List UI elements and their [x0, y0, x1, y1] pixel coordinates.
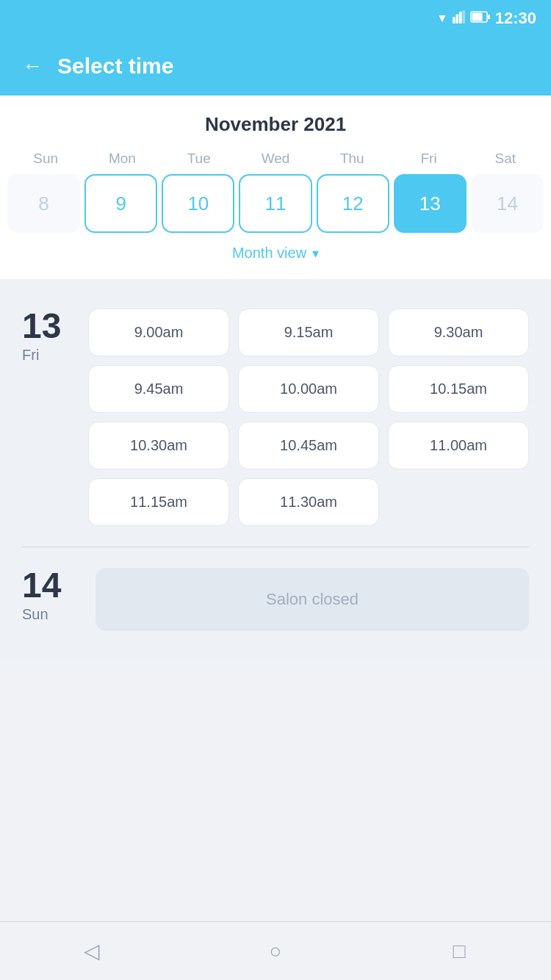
weekday-tue: Tue: [161, 151, 237, 167]
wifi-icon: ▼: [436, 12, 448, 25]
day-11[interactable]: 11: [239, 174, 311, 233]
day-label-13: 13 Fri: [22, 309, 81, 364]
slot-900am[interactable]: 9.00am: [88, 309, 229, 356]
slot-915am[interactable]: 9.15am: [238, 309, 379, 356]
day-block-14: 14 Sun Salon closed: [0, 553, 551, 646]
slot-1000am[interactable]: 10.00am: [238, 365, 379, 413]
slot-945am[interactable]: 9.45am: [88, 365, 229, 413]
weekday-sat: Sat: [467, 151, 544, 167]
nav-bar: ◁ ○ □: [0, 921, 551, 980]
nav-back-button[interactable]: ◁: [73, 933, 110, 970]
battery-icon: [470, 11, 491, 26]
nav-recents-button[interactable]: □: [441, 933, 478, 970]
svg-rect-0: [453, 17, 455, 24]
svg-rect-5: [472, 13, 482, 21]
signal-icon: [453, 10, 466, 26]
back-button[interactable]: ←: [22, 56, 43, 76]
slot-1015am[interactable]: 10.15am: [388, 365, 529, 413]
weekday-wed: Wed: [237, 151, 314, 167]
day-number-13: 13: [22, 309, 61, 344]
chevron-down-icon: ▾: [312, 245, 319, 262]
day-divider: [22, 547, 529, 547]
day-label-14: 14 Sun: [22, 568, 81, 623]
slot-1100am[interactable]: 11.00am: [388, 422, 529, 469]
day-12[interactable]: 12: [317, 174, 389, 233]
day-block-13: 13 Fri 9.00am 9.15am 9.30am 9.45am 10.00…: [0, 294, 551, 541]
status-bar: ▼ 12:30: [0, 0, 551, 37]
status-icons: ▼ 12:30: [436, 9, 536, 28]
weekday-thu: Thu: [314, 151, 390, 167]
status-time: 12:30: [495, 9, 536, 28]
slot-1130am[interactable]: 11.30am: [238, 478, 379, 526]
day-10[interactable]: 10: [162, 174, 234, 233]
weekday-row: Sun Mon Tue Wed Thu Fri Sat: [0, 151, 551, 167]
slots-grid-13: 9.00am 9.15am 9.30am 9.45am 10.00am 10.1…: [88, 309, 529, 526]
slot-1030am[interactable]: 10.30am: [88, 422, 229, 469]
svg-rect-2: [459, 12, 462, 24]
salon-closed-message: Salon closed: [96, 568, 529, 631]
weekday-sun: Sun: [7, 151, 84, 167]
calendar-section: November 2021 Sun Mon Tue Wed Thu Fri Sa…: [0, 96, 551, 279]
month-view-label: Month view: [232, 245, 306, 262]
day-14[interactable]: 14: [471, 174, 544, 233]
day-9[interactable]: 9: [84, 174, 157, 233]
days-row: 8 9 10 11 12 13 14: [0, 174, 551, 233]
day-13[interactable]: 13: [394, 174, 467, 233]
slot-1045am[interactable]: 10.45am: [238, 422, 379, 469]
header-title: Select time: [57, 54, 173, 79]
day-name-14: Sun: [22, 606, 48, 623]
day-number-14: 14: [22, 568, 61, 603]
slot-1115am[interactable]: 11.15am: [88, 478, 229, 526]
nav-home-button[interactable]: ○: [257, 933, 294, 970]
month-year-label: November 2021: [0, 113, 551, 136]
weekday-mon: Mon: [84, 151, 160, 167]
weekday-fri: Fri: [390, 151, 467, 167]
day-name-13: Fri: [22, 347, 39, 364]
slots-section: 13 Fri 9.00am 9.15am 9.30am 9.45am 10.00…: [0, 279, 551, 660]
day-8[interactable]: 8: [7, 174, 80, 233]
app-header: ← Select time: [0, 37, 551, 96]
slot-930am[interactable]: 9.30am: [388, 309, 529, 356]
svg-rect-3: [462, 10, 465, 24]
svg-rect-6: [488, 15, 490, 19]
month-view-toggle[interactable]: Month view ▾: [0, 245, 551, 267]
svg-rect-1: [455, 14, 458, 24]
